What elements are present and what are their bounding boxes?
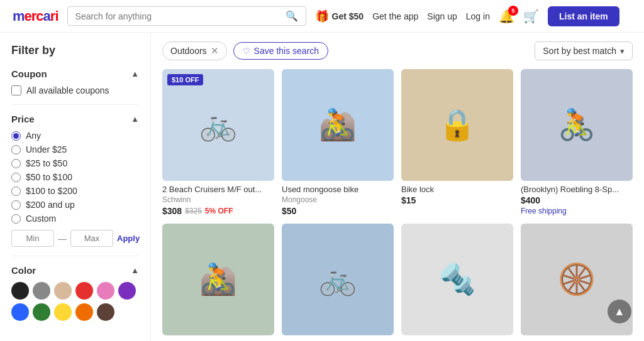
product-original-price: $325 [185,207,202,215]
price-label: Price [11,114,35,124]
price-under25-label: Under $25 [26,144,67,154]
coupon-chevron-icon: ▲ [131,69,139,78]
price-max-input[interactable] [70,230,113,247]
product-image-wrap: 🚵 [162,224,274,335]
coupon-checkbox[interactable] [11,85,21,95]
coupon-section-header[interactable]: Coupon ▲ [11,68,139,79]
login-link[interactable]: Log in [466,11,490,21]
color-swatch-beige[interactable] [54,282,72,300]
product-price: $308 [162,206,182,216]
color-swatch-black[interactable] [11,282,29,300]
price-radio-50-100-input[interactable] [11,173,21,182]
get-50-button[interactable]: 🎁 Get $50 [315,9,364,23]
price-dash: — [58,234,67,244]
color-section-header[interactable]: Color ▲ [11,265,139,276]
price-radio-under25[interactable]: Under $25 [11,144,139,154]
filter-tag-outdoors[interactable]: Outdoors ✕ [162,41,227,60]
header: mercari 🔍 🎁 Get $50 Get the app Sign up … [0,0,644,33]
signup-link[interactable]: Sign up [427,11,457,21]
price-radio-25-50-input[interactable] [11,159,21,168]
product-card[interactable]: 🔩Bike suspension seatpostZoom$20 [401,224,513,341]
color-swatch-purple[interactable] [118,282,136,300]
price-radio-200up[interactable]: $200 and up [11,200,139,210]
price-range-row: — Apply [11,230,139,247]
product-price-row: $308$3255% OFF [162,206,274,216]
price-radio-200up-input[interactable] [11,200,21,210]
product-card[interactable]: 🚵Used mongoose bikeMongoose$50 [282,69,394,216]
filter-tag-remove-icon[interactable]: ✕ [211,45,219,57]
price-radio-25-50[interactable]: $25 to $50 [11,158,139,168]
product-price: $50 [282,206,296,216]
product-image-wrap: 🚲 [282,224,394,335]
sort-chevron-icon: ▾ [620,46,625,56]
filter-tag-label: Outdoors [170,46,207,56]
price-radio-50-100[interactable]: $50 to $100 [11,172,139,182]
product-price-row: $50 [282,206,394,216]
color-swatch-orange[interactable] [75,303,93,321]
price-radio-custom-input[interactable] [11,214,21,224]
price-radio-100-200[interactable]: $100 to $200 [11,186,139,196]
coupon-section: Coupon ▲ All available coupons [11,68,139,105]
product-price-row: $400 [521,195,633,205]
product-card[interactable]: 🚲Trek 3500 3 Series 21 Spe...Trek$300$39… [282,224,394,341]
color-swatch-pink[interactable] [97,282,114,300]
product-card[interactable]: 🛞Child Kids Metal Steel Bi...$20$2416% O… [521,224,633,341]
product-price: $400 [521,195,540,205]
price-radio-100-200-input[interactable] [11,187,21,196]
price-radio-any[interactable]: Any [11,131,139,141]
notification-badge: 5 [508,6,518,16]
discount-badge: $10 OFF [167,74,203,85]
product-card[interactable]: 🚴(Brooklyn) Roebling 8-Sp...$400Free shi… [521,69,633,216]
search-input[interactable] [75,11,286,21]
coupon-checkbox-label: All available coupons [26,85,109,95]
price-apply-button[interactable]: Apply [117,234,140,243]
color-swatch-green[interactable] [33,303,50,321]
price-radio-under25-input[interactable] [11,145,21,154]
search-icon[interactable]: 🔍 [286,10,298,22]
content-area: Outdoors ✕ ♡ Save this search Sort by be… [151,33,644,341]
sidebar: Filter by Coupon ▲ All available coupons… [0,33,151,341]
product-price-row: $15 [401,195,513,205]
price-radio-any-input[interactable] [11,131,21,141]
logo[interactable]: mercari [13,8,58,24]
scroll-top-button[interactable]: ▲ [608,300,631,323]
price-any-label: Any [26,131,41,141]
product-brand: Mongoose [282,195,394,204]
cart-icon: 🛒 [523,9,539,23]
sort-label: Sort by best match [543,46,616,56]
product-card[interactable]: 🔒Bike lock$15 [401,69,513,216]
list-item-button[interactable]: List an item [548,6,619,26]
search-bar: 🔍 [67,6,306,26]
notification-button[interactable]: 🔔 5 [499,9,514,24]
color-swatch-brown[interactable] [97,303,114,321]
product-image-wrap: 🔒 [401,69,513,181]
color-swatch-red[interactable] [75,282,93,300]
price-200up-label: $200 and up [26,200,75,210]
price-radio-custom[interactable]: Custom [11,214,139,224]
save-search-button[interactable]: ♡ Save this search [233,42,329,60]
product-title: Bike lock [401,185,513,194]
color-chevron-icon: ▲ [131,266,139,275]
color-swatch-yellow[interactable] [54,303,72,321]
product-shipping: Free shipping [521,207,633,215]
sort-dropdown[interactable]: Sort by best match ▾ [535,41,633,60]
color-label: Color [11,265,36,276]
price-100-200-label: $100 to $200 [26,186,77,196]
product-image-wrap: 🚴 [521,69,633,181]
heart-icon: ♡ [243,46,250,56]
coupon-label: Coupon [11,68,47,79]
price-min-input[interactable] [11,230,54,247]
color-swatch-blue[interactable] [11,303,29,321]
color-section: Color ▲ [11,265,139,321]
cart-button[interactable]: 🛒 [523,9,539,24]
color-swatch-gray[interactable] [33,282,50,300]
coupon-checkbox-row[interactable]: All available coupons [11,85,139,95]
get-app-link[interactable]: Get the app [372,11,418,21]
price-section-header[interactable]: Price ▲ [11,114,139,124]
filter-by-title: Filter by [11,44,139,57]
product-card[interactable]: 🚲$10 OFF2 Beach Cruisers M/F out...Schwi… [162,69,274,216]
product-card[interactable]: 🚵Men's 4500 19.5 mountai...Trek$203$2692… [162,224,274,341]
product-brand: Schwinn [162,195,274,204]
get-50-label: Get $50 [332,11,364,21]
color-swatches [11,282,139,321]
